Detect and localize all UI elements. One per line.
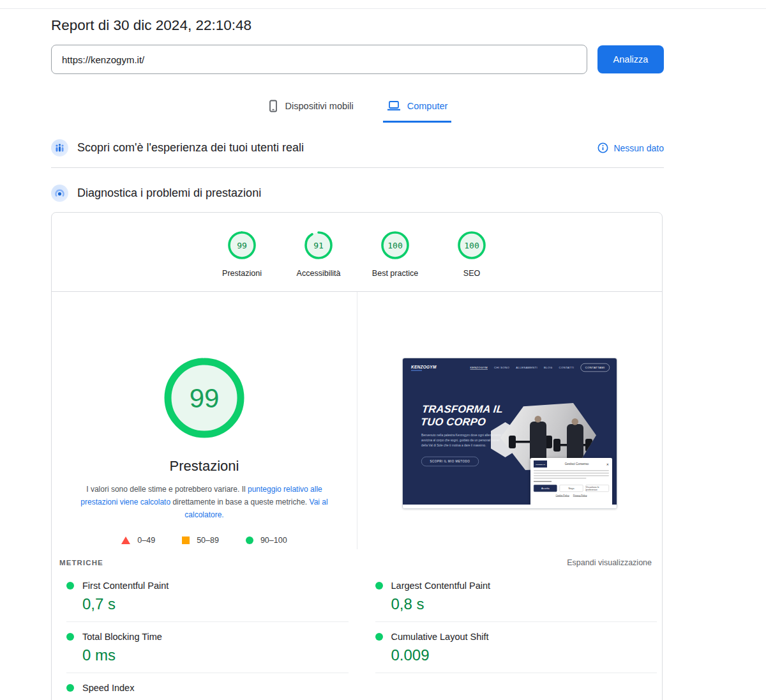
- report-card: 99 Prestazioni 91 Accessibilità 100 Bes: [51, 212, 663, 700]
- score-label: SEO: [463, 269, 480, 278]
- score-legend: 0–49 50–89 90–100: [121, 536, 287, 545]
- score-seo[interactable]: 100 SEO: [433, 230, 510, 278]
- cookie-deny-button: Nega: [560, 485, 583, 492]
- mini-site-cta: SCOPRI IL MIO METODO: [421, 457, 479, 466]
- diagnostics-title: Diagnostica i problemi di prestazioni: [77, 186, 261, 200]
- report-page: Report di 30 dic 2024, 22:10:48 Analizza…: [51, 8, 664, 700]
- performance-disclaimer: I valori sono delle stime e potrebbero v…: [75, 483, 333, 521]
- performance-heading: Prestazioni: [170, 458, 239, 475]
- metric-empty-cell: [375, 673, 657, 700]
- metric-tbt: Total Blocking Time 0 ms: [66, 622, 349, 673]
- score-label: Best practice: [372, 269, 418, 278]
- metric-value: 0 ms: [82, 646, 349, 664]
- green-dot-icon: [375, 633, 383, 641]
- legend-pass: 90–100: [246, 536, 287, 545]
- performance-gauge-panel: 99 Prestazioni I valori sono delle stime…: [52, 292, 357, 549]
- tab-desktop-label: Computer: [407, 101, 448, 111]
- tab-mobile-label: Dispositivi mobili: [285, 101, 354, 111]
- metric-value: 0,8 s: [391, 595, 657, 613]
- page-title: Report di 30 dic 2024, 22:10:48: [51, 17, 664, 34]
- speedometer-icon: [51, 185, 68, 202]
- section-divider: [51, 167, 664, 168]
- cookie-logo: KENZOGYM: [534, 460, 547, 468]
- mobile-phone-icon: [267, 100, 279, 112]
- cookie-title: Gestisci Consenso: [547, 462, 606, 466]
- site-screenshot-thumbnail: KENZOGYM KENZOGYM CHI SONO ALLENAMENTI B…: [402, 358, 617, 509]
- green-circle-icon: [246, 536, 253, 544]
- svg-text:91: 91: [313, 241, 324, 250]
- info-icon: [597, 142, 608, 153]
- diagnostics-section-header: Diagnostica i problemi di prestazioni: [51, 185, 664, 202]
- cookie-close-icon: ✕: [606, 462, 609, 466]
- cookie-details-link: [534, 481, 552, 482]
- expand-view-toggle[interactable]: Espandi visualizzazione: [567, 558, 652, 567]
- metric-speed-index: Speed Index 0,8 s: [66, 673, 349, 700]
- screenshot-panel: KENZOGYM KENZOGYM CHI SONO ALLENAMENTI B…: [357, 292, 662, 549]
- metric-value: 0,7 s: [82, 595, 349, 613]
- score-performance[interactable]: 99 Prestazioni: [204, 230, 280, 278]
- legend-fail: 0–49: [121, 536, 155, 545]
- mini-site-hero: KENZOGYM KENZOGYM CHI SONO ALLENAMENTI B…: [403, 358, 617, 505]
- metric-lcp: Largest Contentful Paint 0,8 s: [375, 571, 657, 622]
- score-accessibility[interactable]: 91 Accessibilità: [280, 230, 357, 278]
- real-users-icon: [51, 139, 68, 156]
- score-label: Prestazioni: [222, 269, 262, 278]
- svg-text:99: 99: [237, 241, 247, 250]
- mini-site-headline: TRASFORMA IL TUO CORPO: [420, 402, 504, 428]
- no-data-link[interactable]: Nessun dato: [597, 142, 664, 153]
- score-label: Accessibilità: [297, 269, 341, 278]
- field-data-title: Scopri com'è l'esperienza dei tuoi utent…: [77, 141, 304, 155]
- cookie-accept-button: Accetta: [534, 485, 557, 492]
- tab-desktop[interactable]: Computer: [383, 93, 452, 123]
- svg-text:100: 100: [464, 241, 479, 250]
- metrics-grid: First Contentful Paint 0,7 s Largest Con…: [52, 571, 662, 700]
- svg-text:99: 99: [190, 383, 220, 413]
- metric-value: 0,8 s: [82, 697, 349, 700]
- no-data-label: Nessun dato: [613, 143, 664, 153]
- cookie-prefs-button: Visualizza le preferenze: [585, 485, 609, 492]
- svg-text:100: 100: [387, 241, 402, 250]
- green-dot-icon: [66, 633, 74, 641]
- red-triangle-icon: [121, 536, 130, 544]
- desktop-computer-icon: [387, 100, 401, 112]
- mini-site-logo: KENZOGYM: [411, 365, 437, 371]
- device-tabs: Dispositivi mobili Computer: [51, 93, 664, 123]
- legend-average: 50–89: [182, 536, 219, 545]
- score-best-practices[interactable]: 100 Best practice: [357, 230, 433, 278]
- green-dot-icon: [375, 582, 383, 590]
- metrics-header: METRICHE Espandi visualizzazione: [52, 549, 662, 571]
- performance-gauge: 99: [163, 357, 245, 441]
- metric-fcp: First Contentful Paint 0,7 s: [66, 571, 349, 622]
- tab-mobile[interactable]: Dispositivi mobili: [264, 93, 357, 123]
- metric-cls: Cumulative Layout Shift 0.009: [375, 622, 657, 673]
- cookie-consent-dialog: KENZOGYM Gestisci Consenso ✕: [530, 458, 612, 505]
- metric-value: 0.009: [391, 646, 657, 664]
- metrics-caption: METRICHE: [59, 559, 103, 567]
- category-scores-row: 99 Prestazioni 91 Accessibilità 100 Bes: [52, 213, 662, 292]
- green-dot-icon: [66, 582, 74, 590]
- green-dot-icon: [66, 684, 74, 692]
- analyze-button[interactable]: Analizza: [597, 45, 664, 73]
- url-input[interactable]: [51, 45, 587, 74]
- url-bar: Analizza: [51, 45, 664, 74]
- field-data-section-header: Scopri com'è l'esperienza dei tuoi utent…: [51, 139, 664, 156]
- orange-square-icon: [182, 536, 190, 544]
- mini-site-nav: KENZOGYM KENZOGYM CHI SONO ALLENAMENTI B…: [403, 358, 617, 372]
